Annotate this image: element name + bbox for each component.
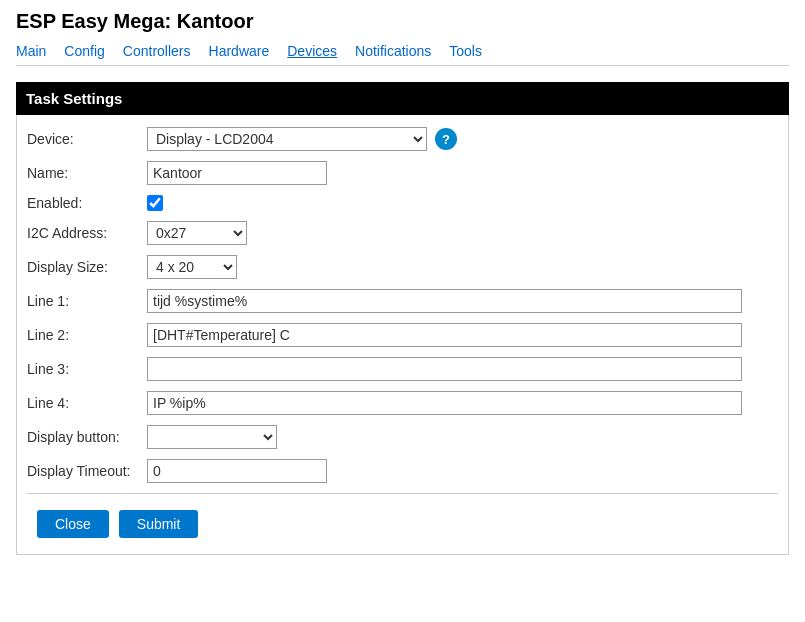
display-timeout-control-area — [147, 459, 778, 483]
task-settings-header: Task Settings — [16, 82, 789, 115]
display-timeout-row: Display Timeout: — [27, 459, 778, 483]
line4-input[interactable] — [147, 391, 742, 415]
task-settings-body: Device: Display - LCD2004 ? Name: Enable… — [16, 115, 789, 555]
line2-control-area — [147, 323, 778, 347]
line1-label: Line 1: — [27, 293, 147, 309]
line4-row: Line 4: — [27, 391, 778, 415]
enabled-label: Enabled: — [27, 195, 147, 211]
device-help-button[interactable]: ? — [435, 128, 457, 150]
display-button-select[interactable] — [147, 425, 277, 449]
main-nav: Main Config Controllers Hardware Devices… — [16, 43, 789, 66]
line3-input[interactable] — [147, 357, 742, 381]
device-control-area: Display - LCD2004 ? — [147, 127, 778, 151]
line2-label: Line 2: — [27, 327, 147, 343]
enabled-checkbox[interactable] — [147, 195, 163, 211]
divider — [27, 493, 778, 494]
name-input[interactable] — [147, 161, 327, 185]
nav-controllers[interactable]: Controllers — [123, 43, 191, 59]
i2c-select[interactable]: 0x27 — [147, 221, 247, 245]
display-size-label: Display Size: — [27, 259, 147, 275]
name-row: Name: — [27, 161, 778, 185]
close-button[interactable]: Close — [37, 510, 109, 538]
display-size-row: Display Size: 4 x 20 — [27, 255, 778, 279]
task-settings-section: Task Settings Device: Display - LCD2004 … — [16, 82, 789, 555]
line1-control-area — [147, 289, 778, 313]
line1-row: Line 1: — [27, 289, 778, 313]
display-size-select[interactable]: 4 x 20 — [147, 255, 237, 279]
enabled-row: Enabled: — [27, 195, 778, 211]
line1-input[interactable] — [147, 289, 742, 313]
line4-control-area — [147, 391, 778, 415]
device-label: Device: — [27, 131, 147, 147]
line2-input[interactable] — [147, 323, 742, 347]
display-size-control-area: 4 x 20 — [147, 255, 778, 279]
name-control-area — [147, 161, 778, 185]
enabled-control-area — [147, 195, 778, 211]
nav-tools[interactable]: Tools — [449, 43, 482, 59]
display-button-label: Display button: — [27, 429, 147, 445]
nav-notifications[interactable]: Notifications — [355, 43, 431, 59]
i2c-control-area: 0x27 — [147, 221, 778, 245]
display-timeout-input[interactable] — [147, 459, 327, 483]
submit-button[interactable]: Submit — [119, 510, 199, 538]
line4-label: Line 4: — [27, 395, 147, 411]
display-button-control-area — [147, 425, 778, 449]
device-row: Device: Display - LCD2004 ? — [27, 127, 778, 151]
device-select[interactable]: Display - LCD2004 — [147, 127, 427, 151]
line2-row: Line 2: — [27, 323, 778, 347]
button-row: Close Submit — [27, 510, 778, 538]
name-label: Name: — [27, 165, 147, 181]
nav-config[interactable]: Config — [64, 43, 104, 59]
i2c-row: I2C Address: 0x27 — [27, 221, 778, 245]
display-button-row: Display button: — [27, 425, 778, 449]
nav-main[interactable]: Main — [16, 43, 46, 59]
page-title: ESP Easy Mega: Kantoor — [16, 10, 789, 33]
line3-label: Line 3: — [27, 361, 147, 377]
nav-hardware[interactable]: Hardware — [209, 43, 270, 59]
display-timeout-label: Display Timeout: — [27, 463, 147, 479]
line3-control-area — [147, 357, 778, 381]
line3-row: Line 3: — [27, 357, 778, 381]
i2c-label: I2C Address: — [27, 225, 147, 241]
nav-devices[interactable]: Devices — [287, 43, 337, 59]
